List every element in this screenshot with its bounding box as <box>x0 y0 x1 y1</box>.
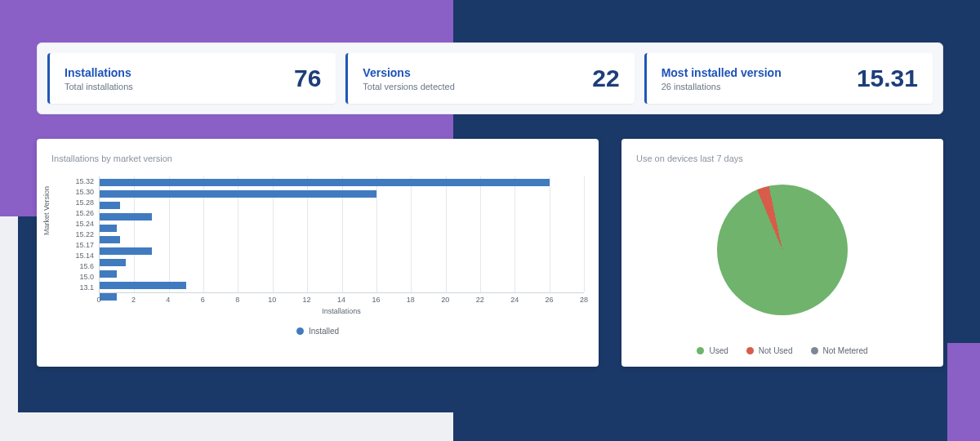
pie-chart <box>717 185 848 315</box>
y-tick-label: 15.6 <box>51 261 99 272</box>
y-axis: 15.3215.3015.2815.2615.2415.2215.1715.14… <box>51 176 99 293</box>
x-tick-label: 14 <box>337 296 345 304</box>
y-tick-label: 15.30 <box>51 187 99 198</box>
y-tick-label: 15.14 <box>51 251 99 261</box>
chart-title: Installations by market version <box>51 154 584 163</box>
grid-line <box>514 176 515 292</box>
x-tick-label: 10 <box>268 296 276 304</box>
bar-legend: Installed <box>51 327 584 336</box>
bar <box>100 213 152 220</box>
x-axis: 0246810121416182022242628 <box>99 293 584 304</box>
y-tick-label: 15.26 <box>51 208 99 219</box>
legend-swatch-icon <box>746 347 754 354</box>
bar <box>100 202 120 209</box>
legend-swatch-icon <box>811 347 818 354</box>
summary-panel: Installations Total installations 76 Ver… <box>37 42 943 114</box>
card-value: 22 <box>592 65 619 92</box>
x-tick-label: 24 <box>510 296 519 304</box>
x-tick-label: 2 <box>131 296 136 304</box>
bar <box>100 259 126 266</box>
x-tick-label: 26 <box>546 296 554 304</box>
pie-legend: UsedNot UsedNot Metered <box>697 346 867 355</box>
bar <box>100 282 186 289</box>
bar-chart: Market Version 15.3215.3015.2815.2615.24… <box>51 176 584 336</box>
y-tick-label: 15.24 <box>51 219 99 229</box>
bar <box>100 247 152 255</box>
y-tick-label: 13.1 <box>51 283 99 293</box>
chart-title: Use on devices last 7 days <box>636 154 929 163</box>
legend-item: Used <box>697 346 728 355</box>
y-tick-label: 15.0 <box>51 272 99 283</box>
bar <box>100 236 120 243</box>
x-tick-label: 20 <box>441 296 449 304</box>
x-axis-label: Installations <box>99 307 584 315</box>
bar <box>100 179 550 186</box>
grid-line <box>411 176 412 292</box>
legend-item: Not Used <box>746 346 793 355</box>
bar <box>100 225 117 232</box>
x-tick-label: 6 <box>201 296 205 304</box>
y-tick-label: 15.32 <box>51 176 99 187</box>
grid-line <box>480 176 481 292</box>
legend-label: Used <box>709 346 728 355</box>
card-title: Versions <box>363 66 455 79</box>
card-subtitle: Total versions detected <box>363 82 455 91</box>
bar-plot-area <box>99 176 584 293</box>
card-subtitle: 26 installations <box>662 82 782 91</box>
card-value: 76 <box>294 65 321 92</box>
dashboard: Installations Total installations 76 Ver… <box>0 42 980 367</box>
y-axis-label: Market Version <box>42 185 51 234</box>
card-title: Installations <box>65 66 133 79</box>
legend-label: Not Used <box>759 346 793 355</box>
y-tick-label: 15.17 <box>51 240 99 251</box>
grid-line <box>446 176 447 292</box>
bar-chart-card: Installations by market version Market V… <box>37 139 599 367</box>
charts-row: Installations by market version Market V… <box>37 139 943 367</box>
x-tick-label: 4 <box>166 296 170 304</box>
card-value: 15.31 <box>857 65 918 92</box>
x-tick-label: 12 <box>303 296 311 304</box>
card-most-installed: Most installed version 26 installations … <box>644 53 933 104</box>
card-installations: Installations Total installations 76 <box>47 53 336 104</box>
x-tick-label: 0 <box>96 296 100 304</box>
legend-label: Not Metered <box>823 346 868 355</box>
card-subtitle: Total installations <box>65 82 133 91</box>
x-tick-label: 8 <box>235 296 239 304</box>
x-tick-label: 28 <box>580 296 588 304</box>
bar <box>100 270 117 278</box>
bar <box>100 190 376 198</box>
card-versions: Versions Total versions detected 22 <box>345 53 634 104</box>
y-tick-label: 15.28 <box>51 198 99 208</box>
pie-chart-card: Use on devices last 7 days UsedNot UsedN… <box>621 139 943 367</box>
legend-item: Installed <box>296 327 339 336</box>
grid-line <box>376 176 377 292</box>
card-title: Most installed version <box>662 66 782 79</box>
legend-label: Installed <box>309 327 339 336</box>
legend-item: Not Metered <box>811 346 868 355</box>
x-tick-label: 22 <box>476 296 484 304</box>
x-tick-label: 16 <box>372 296 380 304</box>
legend-swatch-icon <box>697 347 704 354</box>
x-tick-label: 18 <box>407 296 415 304</box>
y-tick-label: 15.22 <box>51 229 99 240</box>
legend-swatch-icon <box>296 327 304 335</box>
grid-line <box>550 176 550 292</box>
grid-line <box>584 176 585 292</box>
